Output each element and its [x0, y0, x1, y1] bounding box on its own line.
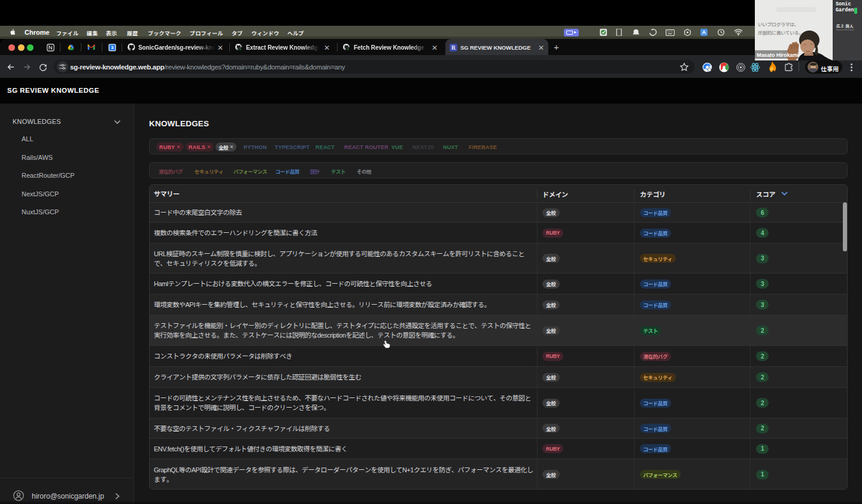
svg-text:3: 3: [111, 45, 114, 50]
